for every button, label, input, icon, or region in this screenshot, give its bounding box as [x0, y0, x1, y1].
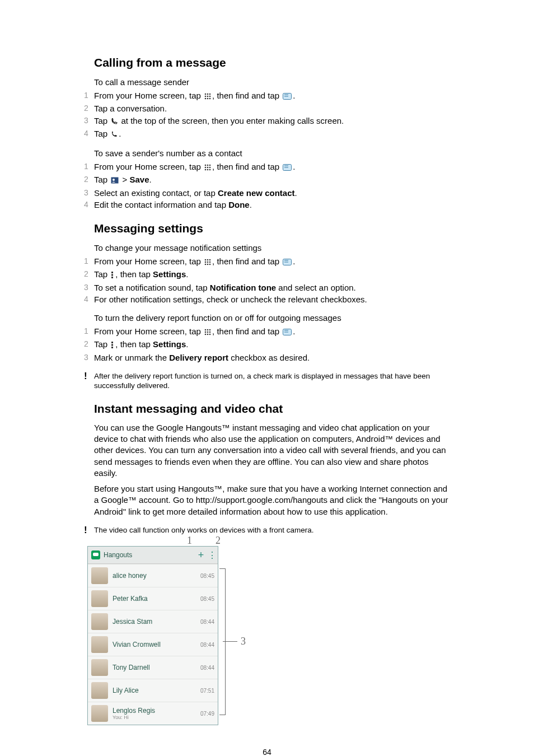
svg-rect-45 — [111, 342, 113, 343]
svg-point-0 — [205, 94, 207, 95]
step-number: 4 — [84, 128, 94, 139]
step-text: To set a notification sound, tap Notific… — [94, 282, 450, 293]
messaging-app-icon — [283, 327, 292, 338]
page-number: 64 — [84, 748, 450, 756]
important-note-camera: ! The video call function only works on … — [84, 525, 450, 535]
step-number: 4 — [84, 199, 94, 210]
avatar — [91, 613, 108, 630]
avatar — [91, 567, 108, 584]
hangouts-list-item[interactable]: Peter Kafka08:45 — [88, 587, 218, 610]
step-text: For other notification settings, check o… — [94, 294, 450, 305]
contact-name: Tony Darnell — [113, 664, 200, 671]
document-page: Calling from a message To call a message… — [0, 0, 534, 756]
svg-point-21 — [113, 179, 115, 181]
svg-rect-33 — [111, 274, 113, 276]
step-number: 1 — [84, 256, 94, 267]
step: 2 Tap , then tap Settings. — [84, 339, 450, 351]
svg-point-23 — [207, 259, 209, 261]
svg-point-5 — [209, 96, 211, 97]
step: 3 Select an existing contact, or tap Cre… — [84, 188, 450, 199]
svg-point-24 — [209, 259, 211, 261]
timestamp: 08:44 — [200, 619, 214, 625]
step: 2 Tap > Save. — [84, 174, 450, 186]
steps-delivery: 1 From your Home screen, tap , then find… — [84, 326, 450, 363]
step: 1 From your Home screen, tap , then find… — [84, 326, 450, 338]
exclamation-icon: ! — [84, 525, 94, 535]
svg-point-10 — [205, 165, 207, 166]
step-text: From your Home screen, tap , then find a… — [94, 256, 450, 268]
step: 1 From your Home screen, tap , then find… — [84, 161, 450, 174]
svg-point-16 — [205, 169, 207, 171]
contact-name: Vivian Cromwell — [113, 641, 200, 648]
step: 2 Tap , then tap Settings. — [84, 269, 450, 281]
svg-point-27 — [209, 262, 211, 263]
step-number: 3 — [84, 115, 94, 126]
svg-point-15 — [209, 167, 211, 169]
messaging-app-icon — [283, 257, 292, 268]
contact-name: alice honey — [113, 572, 200, 580]
step-number: 1 — [84, 326, 94, 337]
svg-point-17 — [207, 169, 209, 171]
subheading-call-sender: To call a message sender — [94, 77, 450, 87]
step-text: Tap . — [94, 128, 450, 141]
contact-name: Peter Kafka — [113, 595, 200, 603]
timestamp: 08:44 — [200, 642, 214, 648]
step: 3 To set a notification sound, tap Notif… — [84, 282, 450, 293]
step-number: 3 — [84, 352, 94, 363]
svg-point-26 — [207, 262, 209, 263]
hangouts-list: alice honey08:45Peter Kafka08:45Jessica … — [88, 564, 218, 725]
hangouts-appbar: Hangouts + ⋮ — [88, 547, 218, 564]
step-text: Tap > Save. — [94, 174, 450, 186]
messaging-app-icon — [283, 162, 292, 174]
svg-point-37 — [209, 329, 211, 331]
hangouts-list-item[interactable]: Vivian Cromwell08:44 — [88, 633, 218, 656]
hangouts-title: Hangouts — [104, 551, 194, 559]
hangouts-list-item[interactable]: alice honey08:45 — [88, 564, 218, 587]
section-heading-calling: Calling from a message — [94, 56, 450, 69]
avatar — [91, 705, 108, 722]
messaging-app-icon — [283, 91, 292, 102]
steps-call-sender: 1 From your Home screen, tap , then find… — [84, 90, 450, 141]
phone-icon — [111, 129, 118, 141]
step: 1 From your Home screen, tap , then find… — [84, 256, 450, 268]
step-text: From your Home screen, tap , then find a… — [94, 90, 450, 102]
subheading-delivery: To turn the delivery report function on … — [94, 313, 450, 323]
step-text: From your Home screen, tap , then find a… — [94, 161, 450, 174]
steps-notification: 1 From your Home screen, tap , then find… — [84, 256, 450, 305]
svg-rect-32 — [111, 272, 113, 273]
svg-point-1 — [207, 94, 209, 95]
timestamp: 07:49 — [200, 711, 214, 717]
contact-name: Lenglos RegisYou: Hi — [113, 707, 200, 720]
contact-name: Jessica Stam — [113, 618, 200, 626]
message-preview: You: Hi — [113, 715, 200, 720]
svg-rect-34 — [111, 277, 113, 278]
svg-point-28 — [205, 264, 207, 265]
step-number: 2 — [84, 174, 94, 185]
paragraph: You can use the Google Hangouts™ instant… — [94, 422, 450, 479]
svg-point-43 — [209, 334, 211, 335]
hangouts-list-item[interactable]: Jessica Stam08:44 — [88, 610, 218, 633]
note-text: After the delivery report function is tu… — [94, 371, 450, 391]
note-text: The video call function only works on de… — [94, 525, 450, 535]
steps-save-contact: 1 From your Home screen, tap , then find… — [84, 161, 450, 211]
svg-point-29 — [207, 264, 209, 265]
svg-point-39 — [207, 332, 209, 333]
hangouts-list-item[interactable]: Tony Darnell08:44 — [88, 656, 218, 679]
step: 4 For other notification settings, check… — [84, 294, 450, 305]
svg-point-25 — [205, 262, 207, 263]
hangouts-list-item[interactable]: Lenglos RegisYou: Hi07:49 — [88, 702, 218, 725]
overflow-menu-icon[interactable]: ⋮ — [208, 550, 214, 561]
svg-point-36 — [207, 329, 209, 331]
svg-point-3 — [205, 96, 207, 97]
subheading-notification: To change your message notification sett… — [94, 243, 450, 253]
svg-rect-47 — [111, 347, 113, 348]
step-text: Select an existing contact, or tap Creat… — [94, 188, 450, 199]
step-number: 1 — [84, 161, 94, 172]
avatar — [91, 659, 108, 676]
new-hangout-icon[interactable]: + — [194, 549, 208, 561]
step-text: Tap , then tap Settings. — [94, 269, 450, 281]
step-number: 4 — [84, 294, 94, 305]
svg-point-41 — [205, 334, 207, 335]
hangouts-list-item[interactable]: Lily Alice07:51 — [88, 679, 218, 702]
svg-point-7 — [207, 98, 209, 100]
